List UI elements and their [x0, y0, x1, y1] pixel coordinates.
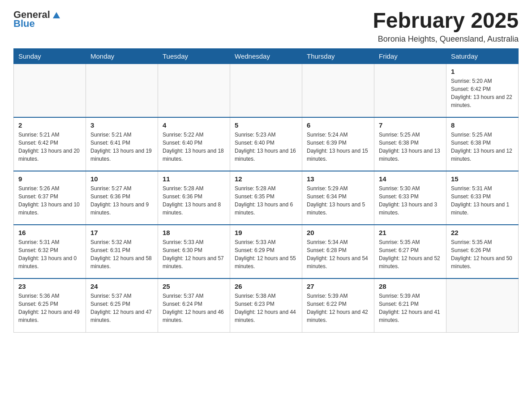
day-of-week-header: Sunday	[14, 48, 86, 64]
day-info: Sunrise: 5:27 AMSunset: 6:36 PMDaylight:…	[90, 184, 153, 217]
day-number: 8	[451, 121, 514, 129]
day-info: Sunrise: 5:22 AMSunset: 6:40 PMDaylight:…	[163, 131, 225, 163]
calendar-cell: 14Sunrise: 5:30 AMSunset: 6:33 PMDayligh…	[374, 171, 446, 225]
calendar-cell: 28Sunrise: 5:39 AMSunset: 6:21 PMDayligh…	[374, 278, 446, 332]
calendar-cell	[446, 278, 519, 332]
day-info: Sunrise: 5:25 AMSunset: 6:38 PMDaylight:…	[379, 131, 442, 163]
calendar-cell: 7Sunrise: 5:25 AMSunset: 6:38 PMDaylight…	[374, 117, 446, 171]
calendar-cell: 5Sunrise: 5:23 AMSunset: 6:40 PMDaylight…	[230, 117, 302, 171]
calendar-cell: 9Sunrise: 5:26 AMSunset: 6:37 PMDaylight…	[14, 171, 86, 225]
day-info: Sunrise: 5:32 AMSunset: 6:31 PMDaylight:…	[90, 238, 153, 270]
day-of-week-header: Tuesday	[158, 48, 230, 64]
day-info: Sunrise: 5:35 AMSunset: 6:26 PMDaylight:…	[451, 238, 514, 270]
day-info: Sunrise: 5:23 AMSunset: 6:40 PMDaylight:…	[235, 131, 297, 163]
calendar-cell: 17Sunrise: 5:32 AMSunset: 6:31 PMDayligh…	[86, 225, 158, 278]
calendar-header-row: SundayMondayTuesdayWednesdayThursdayFrid…	[14, 48, 519, 64]
day-number: 25	[163, 283, 225, 290]
calendar-cell: 18Sunrise: 5:33 AMSunset: 6:30 PMDayligh…	[158, 225, 230, 278]
month-title: February 2025	[373, 9, 519, 33]
day-of-week-header: Friday	[374, 48, 446, 64]
calendar-week-row: 16Sunrise: 5:31 AMSunset: 6:32 PMDayligh…	[14, 225, 519, 278]
calendar-cell: 2Sunrise: 5:21 AMSunset: 6:42 PMDaylight…	[14, 117, 86, 171]
day-of-week-header: Thursday	[302, 48, 374, 64]
day-number: 28	[379, 283, 442, 290]
calendar-cell: 24Sunrise: 5:37 AMSunset: 6:25 PMDayligh…	[86, 278, 158, 332]
day-number: 1	[451, 68, 514, 75]
calendar-cell	[14, 64, 86, 117]
day-number: 7	[379, 121, 442, 129]
day-info: Sunrise: 5:33 AMSunset: 6:29 PMDaylight:…	[235, 238, 297, 270]
day-info: Sunrise: 5:31 AMSunset: 6:33 PMDaylight:…	[451, 184, 514, 217]
day-number: 24	[90, 283, 153, 290]
day-info: Sunrise: 5:21 AMSunset: 6:42 PMDaylight:…	[18, 131, 81, 163]
calendar-cell: 25Sunrise: 5:37 AMSunset: 6:24 PMDayligh…	[158, 278, 230, 332]
day-number: 27	[307, 283, 369, 290]
calendar-week-row: 9Sunrise: 5:26 AMSunset: 6:37 PMDaylight…	[14, 171, 519, 225]
day-info: Sunrise: 5:28 AMSunset: 6:36 PMDaylight:…	[163, 184, 225, 217]
day-info: Sunrise: 5:26 AMSunset: 6:37 PMDaylight:…	[18, 184, 81, 217]
day-number: 19	[235, 229, 297, 236]
calendar-cell	[158, 64, 230, 117]
calendar-cell: 27Sunrise: 5:39 AMSunset: 6:22 PMDayligh…	[302, 278, 374, 332]
calendar-cell: 26Sunrise: 5:38 AMSunset: 6:23 PMDayligh…	[230, 278, 302, 332]
day-info: Sunrise: 5:25 AMSunset: 6:38 PMDaylight:…	[451, 131, 514, 163]
calendar-table: SundayMondayTuesdayWednesdayThursdayFrid…	[13, 48, 519, 333]
calendar-cell: 16Sunrise: 5:31 AMSunset: 6:32 PMDayligh…	[14, 225, 86, 278]
calendar-cell: 21Sunrise: 5:35 AMSunset: 6:27 PMDayligh…	[374, 225, 446, 278]
day-of-week-header: Wednesday	[230, 48, 302, 64]
calendar-cell: 15Sunrise: 5:31 AMSunset: 6:33 PMDayligh…	[446, 171, 519, 225]
svg-marker-0	[53, 12, 60, 18]
day-info: Sunrise: 5:39 AMSunset: 6:22 PMDaylight:…	[307, 292, 369, 324]
day-number: 9	[18, 175, 81, 183]
calendar-cell	[374, 64, 446, 117]
day-info: Sunrise: 5:37 AMSunset: 6:24 PMDaylight:…	[163, 292, 225, 324]
calendar-cell	[230, 64, 302, 117]
logo-blue-text: Blue	[13, 18, 35, 30]
calendar-cell: 3Sunrise: 5:21 AMSunset: 6:41 PMDaylight…	[86, 117, 158, 171]
day-info: Sunrise: 5:20 AMSunset: 6:42 PMDaylight:…	[451, 77, 514, 109]
day-info: Sunrise: 5:28 AMSunset: 6:35 PMDaylight:…	[235, 184, 297, 217]
calendar-cell: 22Sunrise: 5:35 AMSunset: 6:26 PMDayligh…	[446, 225, 519, 278]
calendar-cell: 13Sunrise: 5:29 AMSunset: 6:34 PMDayligh…	[302, 171, 374, 225]
logo: General Blue	[13, 9, 62, 30]
day-info: Sunrise: 5:24 AMSunset: 6:39 PMDaylight:…	[307, 131, 369, 163]
calendar-cell: 23Sunrise: 5:36 AMSunset: 6:25 PMDayligh…	[14, 278, 86, 332]
location-subtitle: Boronia Heights, Queensland, Australia	[373, 34, 519, 44]
calendar-cell	[302, 64, 374, 117]
day-number: 12	[235, 175, 297, 183]
day-info: Sunrise: 5:29 AMSunset: 6:34 PMDaylight:…	[307, 184, 369, 217]
calendar-cell: 1Sunrise: 5:20 AMSunset: 6:42 PMDaylight…	[446, 64, 519, 117]
day-info: Sunrise: 5:33 AMSunset: 6:30 PMDaylight:…	[163, 238, 225, 270]
day-number: 26	[235, 283, 297, 290]
day-info: Sunrise: 5:34 AMSunset: 6:28 PMDaylight:…	[307, 238, 369, 270]
calendar-cell: 4Sunrise: 5:22 AMSunset: 6:40 PMDaylight…	[158, 117, 230, 171]
calendar-cell: 19Sunrise: 5:33 AMSunset: 6:29 PMDayligh…	[230, 225, 302, 278]
day-info: Sunrise: 5:35 AMSunset: 6:27 PMDaylight:…	[379, 238, 442, 270]
logo-icon	[51, 9, 62, 20]
day-number: 11	[163, 175, 225, 183]
day-number: 17	[90, 229, 153, 236]
day-number: 22	[451, 229, 514, 236]
day-info: Sunrise: 5:37 AMSunset: 6:25 PMDaylight:…	[90, 292, 153, 324]
day-of-week-header: Monday	[86, 48, 158, 64]
day-number: 14	[379, 175, 442, 183]
day-number: 3	[90, 121, 153, 129]
day-number: 10	[90, 175, 153, 183]
calendar-cell: 10Sunrise: 5:27 AMSunset: 6:36 PMDayligh…	[86, 171, 158, 225]
day-number: 2	[18, 121, 81, 129]
calendar-cell: 12Sunrise: 5:28 AMSunset: 6:35 PMDayligh…	[230, 171, 302, 225]
day-info: Sunrise: 5:38 AMSunset: 6:23 PMDaylight:…	[235, 292, 297, 324]
day-number: 6	[307, 121, 369, 129]
day-number: 5	[235, 121, 297, 129]
day-number: 16	[18, 229, 81, 236]
calendar-week-row: 23Sunrise: 5:36 AMSunset: 6:25 PMDayligh…	[14, 278, 519, 332]
day-info: Sunrise: 5:36 AMSunset: 6:25 PMDaylight:…	[18, 292, 81, 324]
calendar-cell: 8Sunrise: 5:25 AMSunset: 6:38 PMDaylight…	[446, 117, 519, 171]
day-number: 23	[18, 283, 81, 290]
day-info: Sunrise: 5:21 AMSunset: 6:41 PMDaylight:…	[90, 131, 153, 163]
day-number: 4	[163, 121, 225, 129]
calendar-week-row: 2Sunrise: 5:21 AMSunset: 6:42 PMDaylight…	[14, 117, 519, 171]
calendar-week-row: 1Sunrise: 5:20 AMSunset: 6:42 PMDaylight…	[14, 64, 519, 117]
day-number: 13	[307, 175, 369, 183]
day-of-week-header: Saturday	[446, 48, 519, 64]
